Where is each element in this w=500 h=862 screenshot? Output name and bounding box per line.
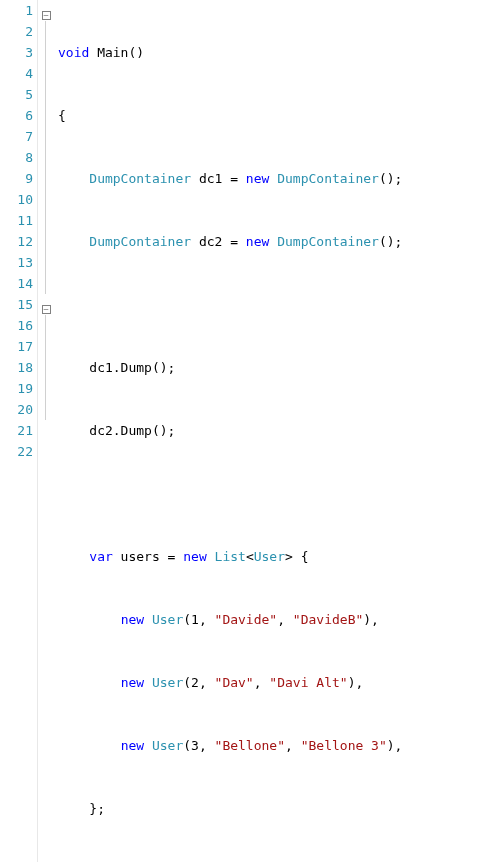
line-number: 12 <box>0 231 33 252</box>
line-number: 11 <box>0 210 33 231</box>
line-number: 1 <box>0 0 33 21</box>
line-number: 14 <box>0 273 33 294</box>
line-number: 10 <box>0 189 33 210</box>
line-number: 16 <box>0 315 33 336</box>
code-line: new User(1, "Davide", "DavideB"), <box>58 609 500 630</box>
code-area[interactable]: void Main() { DumpContainer dc1 = new Du… <box>54 0 500 862</box>
line-number: 2 <box>0 21 33 42</box>
code-line: var users = new List<User> { <box>58 546 500 567</box>
line-number: 15 <box>0 294 33 315</box>
line-number: 13 <box>0 252 33 273</box>
line-number: 18 <box>0 357 33 378</box>
line-number: 9 <box>0 168 33 189</box>
code-line: DumpContainer dc2 = new DumpContainer(); <box>58 231 500 252</box>
line-number: 4 <box>0 63 33 84</box>
fold-collapse-icon[interactable]: − <box>42 305 51 314</box>
code-line: dc2.Dump(); <box>58 420 500 441</box>
fold-gutter: − − <box>38 0 54 862</box>
line-number: 17 <box>0 336 33 357</box>
code-line: new User(3, "Bellone", "Bellone 3"), <box>58 735 500 756</box>
code-line: void Main() <box>58 42 500 63</box>
line-number: 6 <box>0 105 33 126</box>
code-line <box>58 483 500 504</box>
line-number-gutter: 1 2 3 4 5 6 7 8 9 10 11 12 13 14 15 16 1… <box>0 0 38 862</box>
line-number: 3 <box>0 42 33 63</box>
code-line: dc1.Dump(); <box>58 357 500 378</box>
line-number: 8 <box>0 147 33 168</box>
code-line <box>58 294 500 315</box>
line-number: 22 <box>0 441 33 462</box>
line-number: 7 <box>0 126 33 147</box>
line-number: 20 <box>0 399 33 420</box>
code-line: new User(2, "Dav", "Davi Alt"), <box>58 672 500 693</box>
code-line: DumpContainer dc1 = new DumpContainer(); <box>58 168 500 189</box>
code-line: }; <box>58 798 500 819</box>
line-number: 5 <box>0 84 33 105</box>
line-number: 19 <box>0 378 33 399</box>
line-number: 21 <box>0 420 33 441</box>
fold-collapse-icon[interactable]: − <box>42 11 51 20</box>
code-line: { <box>58 105 500 126</box>
code-editor[interactable]: 1 2 3 4 5 6 7 8 9 10 11 12 13 14 15 16 1… <box>0 0 500 862</box>
